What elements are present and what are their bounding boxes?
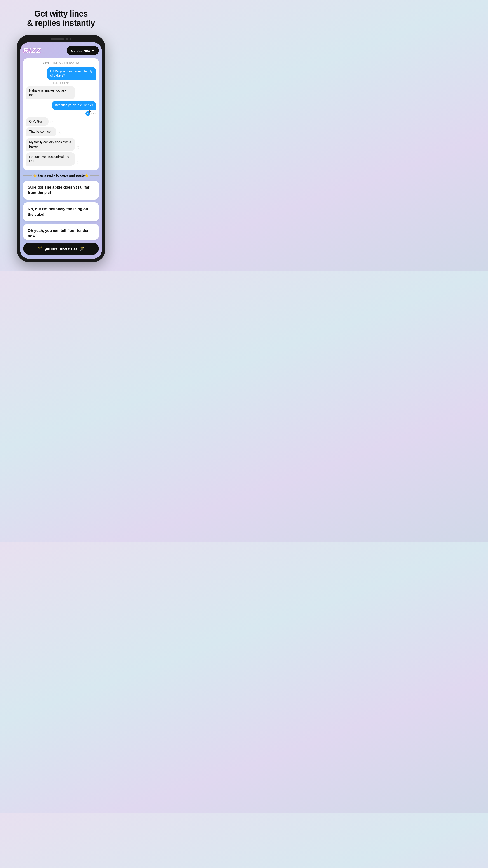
phone-screen: RIZZ Upload New + SOMETHING ABOUT BAKERS…	[20, 42, 102, 259]
phone-mockup: RIZZ Upload New + SOMETHING ABOUT BAKERS…	[17, 35, 105, 262]
tap-instruction-text: 👆 tap a reply to copy and paste👆	[33, 174, 89, 178]
bubble-received-1: Haha what makes you ask that?	[26, 86, 75, 99]
rizz-logo: RIZZ	[23, 46, 41, 55]
heart-icon-2: ♡	[50, 121, 53, 125]
app-header: RIZZ Upload New +	[23, 46, 99, 55]
gimme-btn-label: gimme' more rizz	[44, 246, 77, 251]
message-row-received-2: O.M. Gosh! ♡	[26, 117, 96, 126]
message-row-received-5: I thought you recognized me LOL ♡	[26, 152, 96, 166]
sent-check-icon: ✓	[86, 111, 90, 116]
headline-line2: & replies instantly	[27, 18, 95, 28]
headline: Get witty lines & replies instantly	[27, 9, 95, 28]
notch-pill	[51, 38, 64, 40]
bubble-sent-1: Hi! Do you come from a family of bakers?	[47, 67, 96, 80]
notch-dot	[66, 38, 68, 40]
upload-btn-label: Upload New	[71, 49, 91, 53]
message-row-sent-1: Hi! Do you come from a family of bakers?	[26, 67, 96, 80]
wand-icon-left: 🪄	[37, 246, 42, 251]
message-row-sent-2: Because you're a cutie pie!	[26, 101, 96, 110]
reply-card-1-text: Sure do! The apple doesn't fall far from…	[28, 185, 94, 195]
reply-card-1[interactable]: Sure do! The apple doesn't fall far from…	[23, 181, 99, 199]
bubble-received-5: I thought you recognized me LOL	[26, 152, 75, 166]
gimme-more-rizz-button[interactable]: 🪄 gimme' more rizz 🪄	[23, 243, 99, 255]
sent-label: Sent	[91, 112, 96, 115]
bubble-received-4: My family actually does own a bakery	[26, 138, 75, 151]
reply-card-2-text: No, but I'm definitely the icing on the …	[28, 206, 94, 217]
wand-icon-right: 🪄	[80, 246, 85, 251]
heart-icon-5: ♡	[76, 160, 79, 165]
bubble-sent-2: Because you're a cutie pie!	[52, 101, 96, 110]
message-row-received-4: My family actually does own a bakery ♡	[26, 138, 96, 151]
notch-dot2	[70, 38, 71, 40]
timestamp: Today 8:24 AM	[26, 82, 96, 84]
tap-instruction: 👆 tap a reply to copy and paste👆	[23, 174, 99, 178]
chat-area: SOMETHING ABOUT BAKERS Hi! Do you come f…	[23, 58, 99, 170]
message-row-received-3: Thanks so much! ♡	[26, 127, 96, 136]
chat-partial-header: SOMETHING ABOUT BAKERS	[26, 61, 96, 65]
bubble-received-2: O.M. Gosh!	[26, 117, 48, 126]
reply-card-2[interactable]: No, but I'm definitely the icing on the …	[23, 202, 99, 221]
upload-new-button[interactable]: Upload New +	[67, 46, 99, 55]
headline-line1: Get witty lines	[34, 9, 88, 18]
bubble-received-3: Thanks so much!	[26, 127, 57, 136]
phone-notch	[20, 38, 102, 40]
sent-indicator: ✓ Sent	[26, 111, 96, 116]
heart-icon-3: ♡	[58, 131, 61, 135]
reply-card-3-text: Oh yeah, you can tell flour tender now!	[28, 228, 94, 239]
message-row-received-1: Haha what makes you ask that? ♡	[26, 86, 96, 99]
reply-card-3-partial[interactable]: Oh yeah, you can tell flour tender now!	[23, 224, 99, 240]
tap-line-right	[90, 176, 99, 176]
heart-icon-4: ♡	[76, 146, 79, 150]
tap-line-left	[23, 176, 32, 176]
heart-icon-1: ♡	[76, 94, 79, 98]
upload-plus-icon: +	[92, 48, 94, 53]
